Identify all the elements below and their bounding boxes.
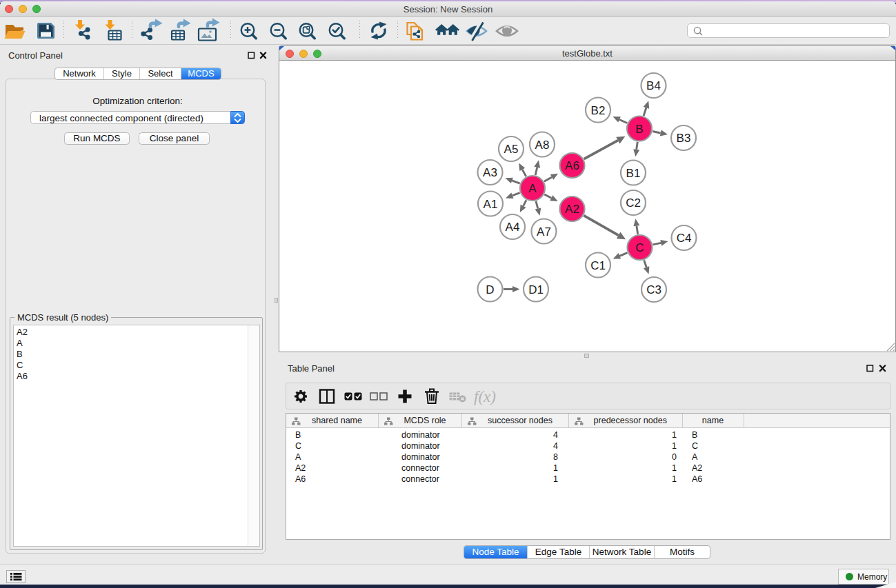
svg-text:A3: A3	[483, 166, 497, 179]
svg-text:C3: C3	[646, 283, 661, 296]
svg-text:A4: A4	[506, 221, 520, 234]
svg-text:A2: A2	[565, 203, 579, 216]
svg-text:B3: B3	[677, 132, 691, 145]
svg-text:C4: C4	[677, 232, 692, 245]
svg-text:C1: C1	[590, 259, 606, 272]
svg-text:A: A	[528, 182, 537, 195]
svg-text:B: B	[635, 123, 643, 136]
svg-text:B2: B2	[591, 104, 606, 117]
svg-text:A1: A1	[484, 198, 498, 211]
svg-text:C: C	[635, 241, 644, 254]
svg-text:B4: B4	[646, 79, 661, 92]
svg-text:D: D	[486, 283, 494, 296]
svg-text:C2: C2	[626, 196, 641, 210]
svg-text:f(x): f(x)	[474, 388, 496, 405]
svg-text:D1: D1	[528, 283, 544, 296]
svg-text:A8: A8	[535, 139, 550, 152]
svg-text:B1: B1	[626, 167, 641, 180]
svg-text:A7: A7	[537, 225, 551, 239]
svg-text:A6: A6	[565, 159, 579, 172]
svg-text:A5: A5	[504, 143, 519, 156]
